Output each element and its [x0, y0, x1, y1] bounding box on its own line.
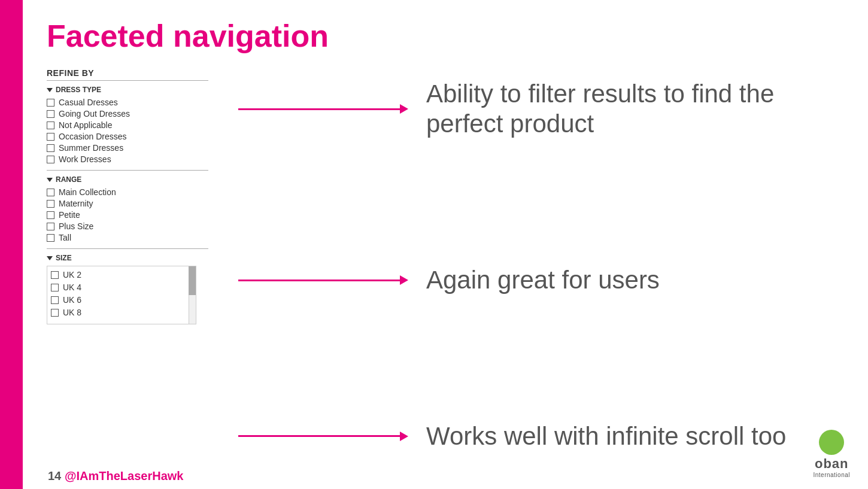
dress-type-section: DRESS TYPE Casual Dresses Going Out Dres…	[47, 86, 238, 164]
logo-circle	[819, 430, 844, 455]
item-label: Casual Dresses	[59, 98, 118, 107]
annotation-text-1: Ability to filter results to find the pe…	[426, 79, 809, 139]
main-layout: REFINE BY DRESS TYPE Casual Dresses Goin…	[47, 68, 838, 451]
list-item[interactable]: Summer Dresses	[47, 143, 238, 153]
list-item[interactable]: Casual Dresses	[47, 98, 238, 107]
item-label: Summer Dresses	[59, 143, 123, 153]
accent-bar	[0, 0, 23, 489]
dress-type-header: DRESS TYPE	[47, 86, 238, 94]
item-label: Plus Size	[59, 221, 93, 231]
arrow-body-1	[238, 108, 400, 110]
annotation-text-2: Again great for users	[426, 265, 660, 295]
size-scroll-container[interactable]: UK 2 UK 4 UK 6 UK 8	[47, 266, 196, 324]
slide-title: Faceted navigation	[47, 18, 838, 54]
list-item[interactable]: Work Dresses	[47, 154, 238, 164]
arrow-line-1	[238, 104, 408, 114]
size-divider	[47, 248, 208, 249]
arrow-head-3	[400, 432, 408, 441]
list-item[interactable]: UK 8	[47, 308, 196, 318]
list-item[interactable]: Not Applicable	[47, 120, 238, 130]
arrow-head-1	[400, 104, 408, 114]
checkbox-main-collection[interactable]	[47, 189, 54, 196]
arrow-body-3	[238, 435, 400, 437]
logo-subtext: International	[813, 472, 850, 478]
checkbox-going-out[interactable]	[47, 110, 54, 118]
item-label: UK 2	[63, 270, 81, 280]
item-label: Maternity	[59, 199, 93, 208]
item-label: Petite	[59, 210, 80, 220]
item-label: Main Collection	[59, 187, 116, 197]
checkbox-not-applicable[interactable]	[47, 122, 54, 129]
item-label: Occasion Dresses	[59, 132, 127, 141]
logo-text: oban	[815, 456, 849, 472]
range-divider	[47, 170, 208, 171]
range-header: RANGE	[47, 175, 238, 184]
checkbox-maternity[interactable]	[47, 200, 54, 208]
checkbox-summer[interactable]	[47, 144, 54, 152]
range-section: RANGE Main Collection Maternity Petite P…	[47, 175, 238, 242]
checkbox-petite[interactable]	[47, 211, 54, 219]
list-item[interactable]: Maternity	[47, 199, 238, 208]
scrollbar-track[interactable]	[189, 266, 196, 324]
list-item[interactable]: UK 4	[47, 283, 196, 293]
size-header: SIZE	[47, 254, 238, 262]
item-label: UK 8	[63, 308, 81, 317]
size-label: SIZE	[56, 254, 72, 262]
item-label: Going Out Dresses	[59, 109, 130, 119]
logo: oban International	[813, 430, 850, 478]
arrow-line-2	[238, 275, 408, 285]
chevron-down-icon	[47, 178, 53, 182]
filter-panel: REFINE BY DRESS TYPE Casual Dresses Goin…	[47, 68, 238, 330]
checkbox-work[interactable]	[47, 156, 54, 163]
slide-number: 14	[48, 469, 61, 483]
list-item[interactable]: Tall	[47, 233, 238, 242]
arrow-head-2	[400, 275, 408, 285]
annotations-panel: Ability to filter results to find the pe…	[238, 68, 838, 451]
checkbox-uk2[interactable]	[51, 271, 59, 279]
checkbox-occasion[interactable]	[47, 133, 54, 141]
chevron-down-icon	[47, 88, 53, 92]
list-item[interactable]: Petite	[47, 210, 238, 220]
checkbox-casual[interactable]	[47, 99, 54, 107]
item-label: Tall	[59, 233, 71, 242]
item-label: UK 4	[63, 283, 81, 292]
list-item[interactable]: Going Out Dresses	[47, 109, 238, 119]
checkbox-plus-size[interactable]	[47, 223, 54, 230]
list-item[interactable]: Plus Size	[47, 221, 238, 231]
list-item[interactable]: Main Collection	[47, 187, 238, 197]
checkbox-uk8[interactable]	[51, 309, 59, 317]
dress-type-label: DRESS TYPE	[56, 86, 101, 94]
list-item[interactable]: Occasion Dresses	[47, 132, 238, 141]
refine-by-label: REFINE BY	[47, 68, 238, 78]
twitter-handle: @IAmTheLaserHawk	[65, 469, 183, 483]
annotation-row-3: Works well with infinite scroll too	[238, 421, 838, 451]
annotation-row-2: Again great for users	[238, 265, 838, 295]
top-divider	[47, 80, 208, 81]
arrow-body-2	[238, 280, 400, 281]
checkbox-uk6[interactable]	[51, 296, 59, 304]
item-label: Work Dresses	[59, 154, 111, 164]
checkbox-tall[interactable]	[47, 234, 54, 242]
slide-content: Faceted navigation REFINE BY DRESS TYPE …	[23, 0, 868, 489]
list-item[interactable]: UK 6	[47, 295, 196, 306]
range-label: RANGE	[56, 175, 81, 184]
chevron-down-icon	[47, 256, 53, 260]
scrollbar-thumb[interactable]	[189, 266, 196, 295]
checkbox-uk4[interactable]	[51, 284, 59, 291]
annotation-text-3: Works well with infinite scroll too	[426, 421, 786, 451]
arrow-line-3	[238, 432, 408, 441]
annotation-row-1: Ability to filter results to find the pe…	[238, 79, 838, 139]
list-item[interactable]: UK 2	[47, 270, 196, 281]
item-label: Not Applicable	[59, 120, 113, 130]
size-section: SIZE UK 2 UK 4 UK 6	[47, 254, 238, 324]
item-label: UK 6	[63, 295, 81, 305]
